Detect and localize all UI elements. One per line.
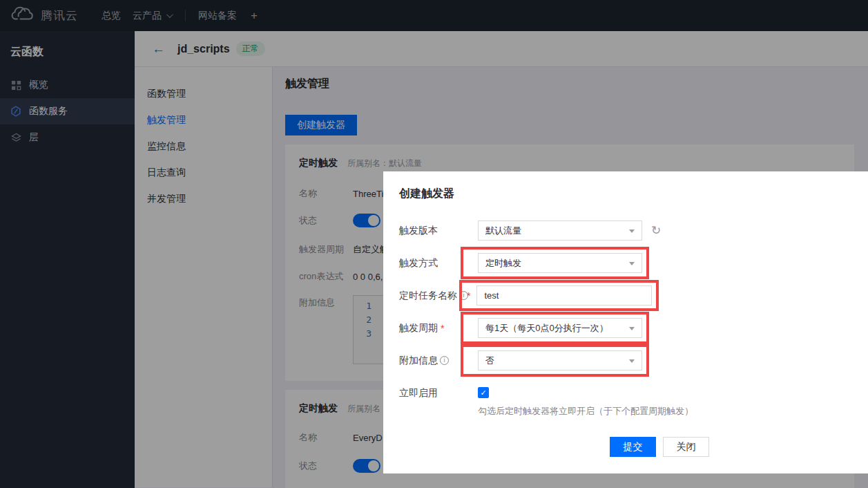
trigger-method-select[interactable]: 定时触发 bbox=[478, 253, 642, 273]
enable-help-text: 勾选后定时触发器将立即开启（于下个配置周期触发） bbox=[478, 405, 693, 417]
modal-title: 创建触发器 bbox=[399, 187, 868, 201]
submit-button[interactable]: 提交 bbox=[610, 437, 656, 457]
required-asterisk: * bbox=[467, 290, 470, 301]
close-button[interactable]: 关闭 bbox=[663, 437, 709, 457]
field-label: 立即启用 bbox=[399, 387, 478, 400]
create-trigger-modal: 创建触发器 触发版本 默认流量 触发方式 定时触发 bbox=[383, 171, 868, 473]
extra-info-select[interactable]: 否 bbox=[478, 350, 642, 370]
extra-info-row: 附加信息 否 bbox=[399, 344, 868, 377]
modal-form: 触发版本 默认流量 触发方式 定时触发 定时任务名称 bbox=[399, 214, 868, 417]
enable-now-checkbox[interactable] bbox=[478, 387, 489, 398]
annotation-highlight-box: 定时触发 bbox=[461, 247, 649, 279]
info-icon[interactable] bbox=[440, 356, 449, 365]
annotation-highlight-box: 每1天（每天0点0分执行一次） bbox=[461, 312, 649, 344]
enable-control: 勾选后定时触发器将立即开启（于下个配置周期触发） bbox=[478, 387, 693, 417]
modal-footer: 提交 关闭 bbox=[610, 437, 709, 457]
refresh-icon[interactable] bbox=[651, 223, 661, 238]
required-asterisk: * bbox=[441, 323, 444, 334]
app-root: 腾讯云 总览 云产品 网站备案 + 云函数 bbox=[0, 0, 868, 488]
task-name-row: 定时任务名称 * bbox=[399, 279, 868, 312]
trigger-version-row: 触发版本 默认流量 bbox=[399, 214, 868, 247]
field-label: 触发版本 bbox=[399, 225, 478, 237]
trigger-period-row: 触发周期 * 每1天（每天0点0分执行一次） bbox=[399, 312, 868, 344]
task-name-input[interactable] bbox=[476, 285, 652, 306]
annotation-highlight-box: 否 bbox=[461, 344, 649, 377]
trigger-method-row: 触发方式 定时触发 bbox=[399, 247, 868, 279]
enable-now-row: 立即启用 勾选后定时触发器将立即开启（于下个配置周期触发） bbox=[399, 387, 868, 417]
trigger-version-select[interactable]: 默认流量 bbox=[478, 220, 642, 241]
annotation-highlight-box: * bbox=[459, 280, 659, 311]
field-control: 默认流量 bbox=[478, 220, 661, 241]
trigger-period-select[interactable]: 每1天（每天0点0分执行一次） bbox=[478, 318, 642, 338]
